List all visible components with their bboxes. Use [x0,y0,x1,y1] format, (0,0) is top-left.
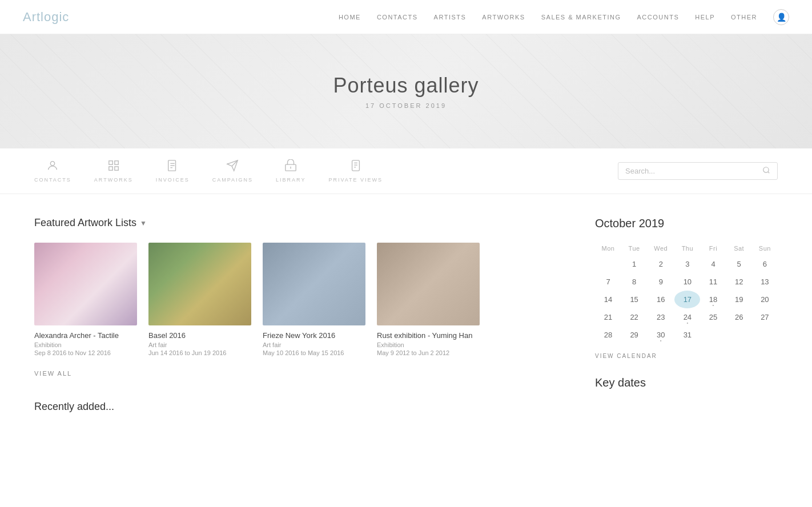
svg-rect-2 [115,161,118,164]
toolbar-library-label: LIBRARY [276,177,305,183]
calendar-day-header: Mon [595,242,621,255]
nav-help[interactable]: HELP [695,14,715,21]
artwork-dates: May 10 2016 to May 15 2016 [263,349,365,356]
artwork-dates: May 9 2012 to Jun 2 2012 [377,349,480,356]
calendar-day[interactable]: 30 [647,326,674,344]
calendar-day[interactable]: 4 [700,255,726,273]
calendar-day [726,326,752,344]
svg-rect-1 [109,161,112,164]
search-input[interactable] [625,167,762,175]
featured-dropdown-arrow[interactable]: ▼ [140,219,147,227]
gallery-title: Porteus gallery [333,74,479,98]
calendar-day[interactable]: 18 [700,291,726,308]
artwork-name: Rust exhibition - Yuming Han [377,331,480,340]
main-content: Featured Artwork Lists ▼ Alexandra Arche… [0,194,812,436]
calendar-day [752,326,778,344]
key-dates-title: Key dates [595,376,778,389]
hero-banner: Porteus gallery 17 OCTOBER 2019 [0,34,812,148]
artwork-card[interactable]: Alexandra Archer - Tactile Exhibition Se… [34,243,137,356]
calendar-widget: October 2019 MonTueWedThuFriSatSun 12345… [595,217,778,360]
toolbar-campaigns-label: CAMPAIGNS [212,177,253,183]
calendar-day[interactable]: 12 [726,273,752,291]
top-navigation: Artlogic HOME CONTACTS ARTISTS ARTWORKS … [0,0,812,34]
calendar-week-row: 28293031 [595,326,778,344]
calendar-day[interactable]: 6 [752,255,778,273]
svg-rect-11 [352,160,359,171]
logo[interactable]: Artlogic [23,10,69,25]
calendar-day[interactable]: 1 [621,255,647,273]
calendar-day[interactable]: 26 [726,308,752,326]
calendar-day[interactable]: 25 [700,308,726,326]
toolbar-privateviews[interactable]: PRIVATE VIEWS [328,159,383,183]
toolbar-contacts[interactable]: CONTACTS [34,159,71,183]
svg-line-16 [768,172,770,174]
svg-rect-3 [109,167,112,170]
library-icon [284,159,297,175]
content-right: October 2019 MonTueWedThuFriSatSun 12345… [595,217,778,413]
toolbar-contacts-label: CONTACTS [34,177,71,183]
calendar-day-header: Wed [647,242,674,255]
calendar-day[interactable]: 29 [621,326,647,344]
calendar-day[interactable]: 5 [726,255,752,273]
calendar-day[interactable]: 14 [595,291,621,308]
campaigns-icon [226,159,239,175]
nav-sales-marketing[interactable]: SALES & MARKETING [541,14,621,21]
artwork-card[interactable]: Frieze New York 2016 Art fair May 10 201… [263,243,365,356]
artwork-dates: Jun 14 2016 to Jun 19 2016 [148,349,251,356]
calendar-day[interactable]: 9 [647,273,674,291]
calendar-day[interactable]: 19 [726,291,752,308]
calendar-day[interactable]: 13 [752,273,778,291]
calendar-day[interactable]: 28 [595,326,621,344]
user-avatar[interactable]: 👤 [773,9,789,25]
nav-contacts[interactable]: CONTACTS [377,14,418,21]
calendar-day[interactable]: 20 [752,291,778,308]
calendar-day-header: Tue [621,242,647,255]
calendar-day[interactable]: 27 [752,308,778,326]
artwork-thumbnail [148,243,251,325]
toolbar-campaigns[interactable]: CAMPAIGNS [212,159,253,183]
artwork-thumbnail [377,243,480,325]
calendar-day[interactable]: 7 [595,273,621,291]
calendar-week-row: 123456 [595,255,778,273]
calendar-day[interactable]: 23 [647,308,674,326]
calendar-day [700,326,726,344]
content-left: Featured Artwork Lists ▼ Alexandra Arche… [34,217,561,413]
calendar-day[interactable]: 16 [647,291,674,308]
calendar-week-row: 78910111213 [595,273,778,291]
hero-date: 17 OCTOBER 2019 [365,102,447,109]
toolbar-artworks[interactable]: ARTWORKS [94,159,133,183]
artwork-name: Frieze New York 2016 [263,331,365,340]
calendar-day[interactable]: 10 [674,273,700,291]
search-icon [762,166,770,176]
nav-home[interactable]: HOME [339,14,361,21]
calendar-day[interactable]: 8 [621,273,647,291]
artwork-card[interactable]: Basel 2016 Art fair Jun 14 2016 to Jun 1… [148,243,251,356]
calendar-day [595,255,621,273]
artwork-type: Art fair [148,341,251,348]
calendar-day[interactable]: 2 [647,255,674,273]
artwork-card[interactable]: Rust exhibition - Yuming Han Exhibition … [377,243,480,356]
calendar-day[interactable]: 3 [674,255,700,273]
toolbar-invoices[interactable]: INVOICES [156,159,190,183]
key-dates-section: Key dates [595,376,778,389]
calendar-day[interactable]: 17 [674,291,700,308]
calendar-day[interactable]: 11 [700,273,726,291]
search-box[interactable] [618,162,778,180]
calendar-day[interactable]: 15 [621,291,647,308]
artwork-name: Alexandra Archer - Tactile [34,331,137,340]
nav-artists[interactable]: ARTISTS [434,14,467,21]
artwork-type: Exhibition [377,341,480,348]
calendar-day[interactable]: 31 [674,326,700,344]
artwork-grid: Alexandra Archer - Tactile Exhibition Se… [34,243,561,356]
view-calendar-link[interactable]: VIEW CALENDAR [595,353,657,359]
calendar-day[interactable]: 24 [674,308,700,326]
view-all-link[interactable]: VIEW ALL [34,370,72,377]
calendar-day[interactable]: 21 [595,308,621,326]
calendar-day[interactable]: 22 [621,308,647,326]
toolbar-library[interactable]: LIBRARY [276,159,305,183]
artwork-dates: Sep 8 2016 to Nov 12 2016 [34,349,137,356]
contacts-icon [46,159,59,175]
nav-other[interactable]: OTHER [731,14,757,21]
nav-artworks[interactable]: ARTWORKS [482,14,525,21]
nav-accounts[interactable]: ACCOUNTS [637,14,680,21]
